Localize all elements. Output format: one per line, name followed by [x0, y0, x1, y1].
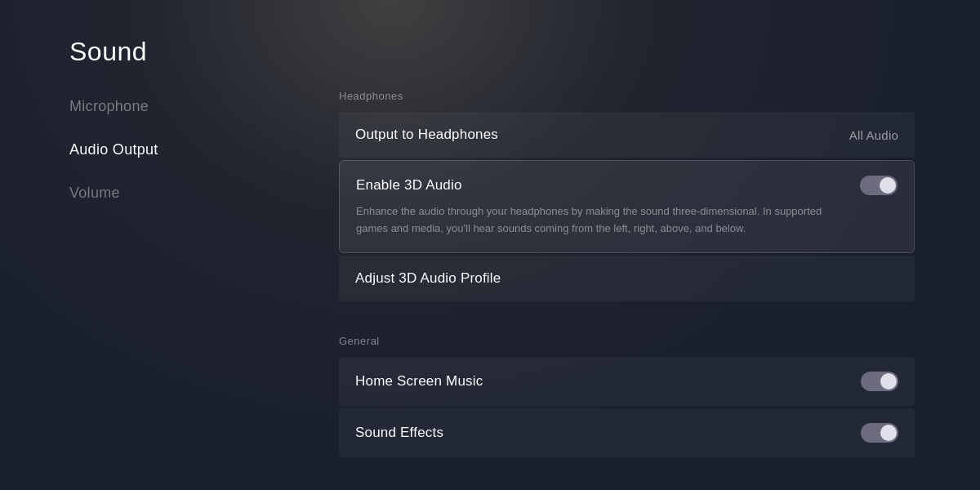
output-to-headphones-value: All Audio [849, 128, 898, 142]
headphones-section-label: Headphones [339, 90, 915, 102]
home-screen-music-row[interactable]: Home Screen Music [339, 357, 915, 406]
sound-effects-label: Sound Effects [355, 425, 443, 441]
sidebar: Microphone Audio Output Volume [69, 98, 298, 202]
output-to-headphones-label: Output to Headphones [355, 127, 498, 143]
main-content: Headphones Output to Headphones All Audi… [339, 90, 915, 460]
enable-3d-audio-header: Enable 3D Audio [356, 176, 898, 195]
enable-3d-audio-label: Enable 3D Audio [356, 177, 462, 194]
home-screen-music-toggle[interactable] [861, 372, 898, 391]
sidebar-item-volume[interactable]: Volume [69, 185, 298, 202]
output-to-headphones-row[interactable]: Output to Headphones All Audio [339, 112, 915, 158]
sound-effects-toggle[interactable] [861, 423, 898, 443]
adjust-3d-audio-profile-row[interactable]: Adjust 3D Audio Profile [339, 256, 915, 301]
enable-3d-audio-row[interactable]: Enable 3D Audio Enhance the audio throug… [339, 160, 915, 253]
general-section: General Home Screen Music Sound Effects [339, 335, 915, 457]
enable-3d-audio-description: Enhance the audio through your headphone… [356, 203, 830, 238]
page-title: Sound [69, 37, 147, 67]
general-section-label: General [339, 335, 915, 347]
sidebar-item-audio-output[interactable]: Audio Output [69, 141, 298, 158]
enable-3d-audio-toggle[interactable] [860, 176, 898, 195]
adjust-3d-audio-profile-label: Adjust 3D Audio Profile [355, 270, 501, 287]
home-screen-music-label: Home Screen Music [355, 373, 483, 390]
sound-effects-row[interactable]: Sound Effects [339, 408, 915, 457]
sidebar-item-microphone[interactable]: Microphone [69, 98, 298, 115]
